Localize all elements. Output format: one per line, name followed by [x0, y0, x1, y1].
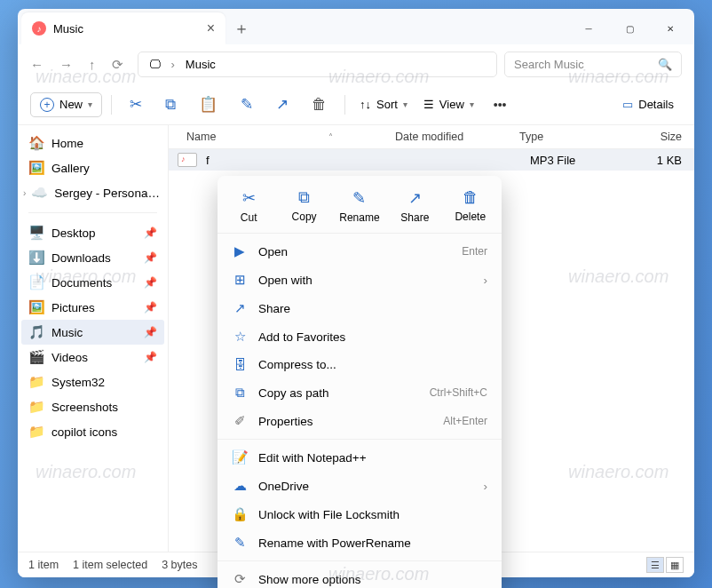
sidebar-label: Music: [51, 326, 83, 339]
tab-music[interactable]: ♪ Music ×: [21, 12, 225, 44]
sidebar-item-documents[interactable]: 📄Documents📌: [18, 270, 168, 295]
pin-icon: 📌: [144, 226, 157, 239]
delete-icon: 🗑: [463, 188, 479, 207]
toolbar: + New ▾ ✂ ⧉ 📋 ✎ ↗ 🗑 ↑↓ Sort ▾ ☰ View ▾ •…: [18, 84, 694, 125]
shortcut: Enter: [462, 245, 487, 258]
details-pane-button[interactable]: ▭ Details: [614, 93, 682, 115]
ctx-share-button[interactable]: ↗Share: [390, 188, 439, 224]
menu-edit-with-notepad-[interactable]: 📝Edit with Notepad++: [218, 443, 502, 472]
menu-onedrive[interactable]: ☁OneDrive›: [218, 472, 502, 500]
sidebar-divider: [28, 212, 157, 213]
selection-count: 1 item selected: [73, 559, 147, 571]
chevron-right-icon[interactable]: ›: [23, 188, 26, 198]
up-button[interactable]: ↑: [89, 57, 96, 72]
pin-icon: 📌: [144, 326, 157, 338]
refresh-button[interactable]: ⟳: [112, 57, 123, 73]
view-button[interactable]: ☰ View ▾: [418, 94, 479, 115]
folder-icon: 🏠: [28, 135, 44, 151]
action-label: Cut: [241, 211, 257, 224]
sort-label: Sort: [376, 98, 398, 111]
copy-button[interactable]: ⧉: [156, 92, 185, 117]
search-icon: 🔍: [658, 58, 672, 71]
ctx-rename-button[interactable]: ✎Rename: [335, 188, 384, 224]
menu-properties[interactable]: ✐PropertiesAlt+Enter: [218, 407, 502, 435]
menu-show-more[interactable]: ⟳ Show more options: [218, 565, 502, 588]
file-size: 1 KB: [610, 154, 694, 167]
folder-icon: 🖼️: [28, 299, 44, 315]
sidebar-item[interactable]: 🏠Home: [18, 131, 168, 155]
menu-add-to-favorites[interactable]: ☆Add to Favorites: [218, 322, 502, 351]
sidebar-item-pictures[interactable]: 🖼️Pictures📌: [18, 295, 168, 320]
search-input[interactable]: Search Music 🔍: [504, 52, 682, 77]
menu-icon: ▶: [232, 243, 248, 259]
ctx-cut-button[interactable]: ✂Cut: [224, 188, 273, 224]
chevron-right-icon: ›: [484, 480, 488, 493]
file-name: f: [197, 154, 397, 167]
share-button[interactable]: ↗: [267, 91, 297, 117]
new-button[interactable]: + New ▾: [30, 92, 102, 117]
ctx-copy-button[interactable]: ⧉Copy: [280, 188, 329, 224]
sidebar-label: Home: [51, 137, 83, 150]
folder-icon: 📁: [28, 424, 44, 440]
sidebar-item-desktop[interactable]: 🖥️Desktop📌: [18, 220, 168, 245]
menu-share[interactable]: ↗Share: [218, 294, 502, 322]
close-tab-button[interactable]: ×: [207, 20, 215, 36]
delete-button[interactable]: 🗑: [303, 92, 336, 117]
folder-icon: 📁: [28, 399, 44, 415]
sidebar-item-music[interactable]: 🎵Music📌: [21, 320, 164, 345]
new-label: New: [59, 98, 83, 111]
rename-button[interactable]: ✎: [232, 91, 262, 117]
menu-label: Share: [258, 302, 290, 315]
forward-button[interactable]: →: [59, 57, 73, 72]
menu-rename-with-powerrename[interactable]: ✎Rename with PowerRename: [218, 528, 502, 557]
more-button[interactable]: •••: [485, 94, 516, 115]
menu-compress-to-[interactable]: 🗄Compress to...: [218, 351, 502, 378]
sidebar-label: copilot icons: [51, 425, 117, 439]
sidebar-item-videos[interactable]: 🎬Videos📌: [18, 345, 168, 369]
more-icon: ⟳: [232, 571, 248, 587]
view-icon: ☰: [423, 98, 434, 111]
paste-button[interactable]: 📋: [190, 91, 226, 117]
file-row[interactable]: f MP3 File 1 KB: [169, 149, 694, 171]
folder-icon: 📄: [28, 274, 44, 290]
thumb-view-button[interactable]: ▦: [666, 557, 684, 573]
menu-icon: ⧉: [232, 385, 248, 401]
sidebar-item-system32[interactable]: 📁System32: [18, 369, 168, 394]
minimize-button[interactable]: ─: [568, 12, 609, 45]
back-button[interactable]: ←: [30, 57, 44, 72]
sidebar-label: Pictures: [51, 301, 95, 314]
sidebar-item-downloads[interactable]: ⬇️Downloads📌: [18, 245, 168, 270]
sidebar-item[interactable]: ›☁️Sergey - Persona…: [18, 180, 168, 205]
menu-copy-as-path[interactable]: ⧉Copy as pathCtrl+Shift+C: [218, 378, 502, 407]
new-tab-button[interactable]: ＋: [225, 18, 257, 39]
sidebar-item-copilot icons[interactable]: 📁copilot icons: [18, 419, 168, 444]
menu-open[interactable]: ▶OpenEnter: [218, 237, 502, 266]
menu-icon: ✎: [232, 535, 248, 551]
col-type[interactable]: Type: [510, 131, 599, 143]
col-size[interactable]: Size: [599, 131, 694, 143]
chevron-down-icon: ▾: [88, 99, 92, 109]
details-view-button[interactable]: ☰: [646, 557, 664, 573]
sidebar-item-screenshots[interactable]: 📁Screenshots: [18, 394, 168, 419]
menu-label: Edit with Notepad++: [258, 451, 367, 465]
maximize-button[interactable]: ▢: [609, 12, 650, 45]
ctx-delete-button[interactable]: 🗑Delete: [446, 188, 495, 224]
cut-button[interactable]: ✂: [121, 91, 151, 117]
menu-unlock-with-file-locksmith[interactable]: 🔒Unlock with File Locksmith: [218, 500, 502, 528]
action-label: Delete: [455, 211, 486, 223]
view-label: View: [439, 98, 464, 111]
music-icon: ♪: [32, 21, 46, 36]
file-type: MP3 File: [521, 154, 610, 167]
sort-button[interactable]: ↑↓ Sort ▾: [354, 94, 413, 115]
menu-icon: 🗄: [232, 357, 248, 372]
sidebar-item[interactable]: 🖼️Gallery: [18, 155, 168, 180]
breadcrumb[interactable]: 🖵 › Music: [138, 52, 498, 77]
col-name[interactable]: Name˄: [169, 131, 386, 143]
menu-label: Add to Favorites: [258, 330, 345, 344]
col-date[interactable]: Date modified: [386, 131, 510, 143]
context-actions-row: ✂Cut⧉Copy✎Rename↗Share🗑Delete: [218, 183, 502, 234]
address-bar: ← → ↑ ⟳ 🖵 › Music Search Music 🔍: [18, 44, 694, 84]
shortcut: Ctrl+Shift+C: [430, 386, 487, 399]
close-button[interactable]: ✕: [650, 12, 691, 45]
menu-open-with[interactable]: ⊞Open with›: [218, 266, 502, 294]
